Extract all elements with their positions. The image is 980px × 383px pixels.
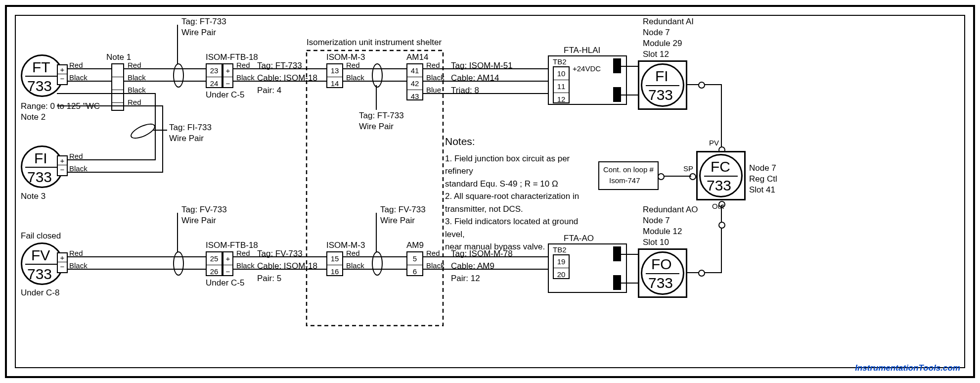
ft-range: Range: 0 to 125 "WC: [21, 101, 100, 111]
hlai-wire1: [621, 66, 638, 67]
ft-polarity: + −: [57, 64, 68, 85]
ftb-a-i3: Pair: 4: [257, 86, 281, 96]
wp-ft2-stem: [376, 85, 377, 110]
fi-note: Note 3: [21, 192, 45, 201]
sp-node2: [658, 173, 665, 180]
ai-node: [698, 82, 705, 89]
fc-sp: SP: [683, 164, 693, 173]
notes-2a: 2. All square-root characterization in: [445, 190, 593, 203]
shelter-box: [306, 49, 444, 327]
ao-l3: Module 12: [643, 227, 682, 237]
ftb-b-r: Red: [236, 249, 250, 257]
hlai-conn2: [613, 87, 621, 102]
am9-name: AM9: [406, 240, 424, 250]
credit-label: InstrumentationTools.com: [855, 363, 960, 373]
am14-b: Black: [426, 73, 445, 82]
wp-fv-stem: [177, 213, 178, 252]
isomm-top: 1314: [326, 63, 343, 88]
junction-box: [111, 63, 124, 111]
ao-conn1: [613, 246, 621, 261]
ft-red: Red: [69, 61, 83, 69]
wp-ft-l2: Wire Pair: [181, 28, 216, 38]
notes-1a: 1. Field junction box circuit as per ref…: [445, 152, 593, 178]
hlai-wire2: [621, 95, 638, 96]
wirepair-fv2-ellipse: [372, 251, 383, 276]
wirepair-ft-ellipse: [173, 63, 184, 88]
ftb-a-r: Red: [236, 61, 250, 69]
jb-drop2: [162, 105, 163, 172]
jb-b1: Black: [128, 73, 146, 82]
wire-fi-red: [57, 105, 163, 106]
notes-2b: transmitter, not DCS.: [445, 203, 593, 216]
ftb-b-i2: Cable: ISOM-18: [257, 261, 317, 271]
am14-bl: Blue: [426, 86, 441, 94]
fv-fail: Fail closed: [21, 231, 61, 241]
hlai-name: FTA-HLAI: [564, 46, 600, 55]
wp-fi-stem: [153, 130, 167, 131]
wp-fi-l2: Wire Pair: [169, 134, 204, 144]
am14-r: Red: [426, 61, 440, 69]
ftb-under-bot: Under C-5: [206, 278, 244, 288]
am14-i1: Tag: ISOM-M-51: [451, 61, 513, 71]
ftb-name-top: ISOM-FTB-18: [206, 52, 258, 62]
jb-r1: Red: [128, 61, 141, 69]
wirepair-ft2-ellipse: [372, 63, 383, 88]
ftb-bot: 2526: [206, 251, 223, 276]
ft-black: Black: [69, 73, 88, 82]
isomm-bot: 1516: [326, 251, 343, 276]
fi-polarity: + −: [57, 155, 68, 176]
wp-ft2-l2: Wire Pair: [359, 122, 394, 132]
notes-3a: 3. Field indicators located at ground le…: [445, 215, 593, 240]
am9-tb: 56: [406, 251, 423, 276]
ai-l4: Slot 12: [643, 49, 669, 59]
isomm-a-b: Black: [346, 73, 364, 82]
fv-red: Red: [69, 249, 83, 257]
isomm-a-r: Red: [346, 61, 360, 69]
am9-b: Black: [426, 261, 445, 270]
ao-l4: Slot 10: [643, 238, 669, 247]
fc-l1: Node 7: [749, 163, 776, 173]
wire-triad-blue: [423, 93, 556, 94]
ai-l1: Redundant AI: [643, 17, 694, 27]
wp-fv2-stem: [376, 213, 377, 252]
ftb-a-i2: Cable: ISOM-18: [257, 73, 317, 83]
hlai-tb: TB2: [553, 57, 567, 66]
ftb-b-i3: Pair: 5: [257, 274, 281, 284]
hlai-v: +24VDC: [573, 64, 601, 73]
am14-i2: Cable: AM14: [451, 73, 499, 83]
ao-wire2: [621, 283, 638, 284]
wp-ft-l1: Tag: FT-733: [181, 17, 226, 27]
ftb-b-b: Black: [236, 261, 255, 270]
ft-note: Note 2: [21, 112, 45, 122]
fc-l2: Reg Ctl: [749, 174, 777, 184]
am9-i2: Cable: AM9: [451, 261, 494, 271]
ao-node: [698, 270, 705, 277]
out-mid: [718, 222, 725, 229]
cont-l1: Cont. on loop #: [603, 165, 654, 174]
ai-l2: Node 7: [643, 28, 670, 38]
wp-fv-l2: Wire Pair: [181, 216, 216, 226]
wp-fv2-l2: Wire Pair: [380, 216, 415, 226]
ftb-top-pol: +−: [223, 63, 233, 88]
ftb-a-i1: Tag: FT-733: [257, 61, 302, 71]
notes-hd: Notes:: [445, 134, 593, 149]
fc-pv: PV: [709, 139, 719, 147]
fi-red: Red: [69, 152, 83, 160]
ao-l2: Node 7: [643, 216, 670, 226]
hlai-conn1: [613, 58, 621, 73]
wire-fi-black: [57, 93, 156, 94]
ai-bubble: FI 733: [641, 63, 684, 107]
ao-bubble: FO 733: [641, 251, 684, 295]
ai-l3: Module 29: [643, 39, 682, 48]
wp-fv2-l1: Tag: FV-733: [380, 205, 426, 215]
ai-out-v: [721, 84, 722, 148]
notes-1b: standard Equ. S-49 ; R = 10 Ω: [445, 178, 593, 191]
sp-node: [689, 173, 696, 180]
wp-ft-stem: [177, 25, 178, 64]
wp-fv-l1: Tag: FV-733: [181, 205, 227, 215]
am14-tb: 414243: [406, 63, 423, 100]
wp-fi-l1: Tag: FI-733: [169, 123, 212, 133]
ao-wire1: [621, 254, 638, 255]
cont-l2: Isom-747: [609, 176, 640, 185]
am14-name: AM14: [406, 52, 428, 62]
